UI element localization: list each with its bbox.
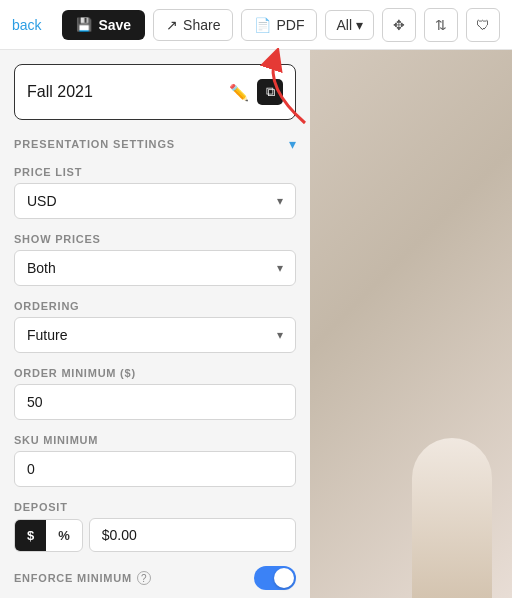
collection-name-icons: ✏️ ⧉ bbox=[229, 79, 283, 105]
deposit-field: DEPOSIT $ % bbox=[14, 501, 296, 552]
enforce-minimum-toggle[interactable] bbox=[254, 566, 296, 590]
sku-minimum-field: SKU MINIMUM bbox=[14, 434, 296, 487]
show-prices-chevron-icon: ▾ bbox=[277, 261, 283, 275]
enforce-minimum-knob bbox=[274, 568, 294, 588]
pdf-icon: 📄 bbox=[254, 17, 271, 33]
price-list-field: PRICE LIST USD ▾ bbox=[14, 166, 296, 219]
price-list-label: PRICE LIST bbox=[14, 166, 296, 178]
show-prices-field: SHOW PRICES Both ▾ bbox=[14, 233, 296, 286]
top-bar: back 💾 Save ↗ Share 📄 PDF All ▾ ✥ ⇅ 🛡 bbox=[0, 0, 512, 50]
sort-icon-button[interactable]: ⇅ bbox=[424, 8, 458, 42]
section-title: PRESENTATION SETTINGS bbox=[14, 138, 175, 150]
copy-icon: ⧉ bbox=[266, 84, 275, 100]
copy-icon-button[interactable]: ⧉ bbox=[257, 79, 283, 105]
section-header: PRESENTATION SETTINGS ▾ bbox=[14, 136, 296, 152]
collection-name-box: Fall 2021 ✏️ ⧉ bbox=[14, 64, 296, 120]
deposit-percent-button[interactable]: % bbox=[46, 520, 82, 551]
show-prices-value: Both bbox=[27, 260, 56, 276]
deposit-toggle-buttons: $ % bbox=[14, 519, 83, 552]
right-panel bbox=[310, 50, 512, 598]
share-icon: ↗ bbox=[166, 17, 178, 33]
save-icon: 💾 bbox=[76, 17, 92, 32]
deposit-label: DEPOSIT bbox=[14, 501, 296, 513]
figure-silhouette bbox=[412, 438, 492, 598]
sku-minimum-label: SKU MINIMUM bbox=[14, 434, 296, 446]
save-button[interactable]: 💾 Save bbox=[62, 10, 145, 40]
order-minimum-input[interactable] bbox=[14, 384, 296, 420]
deposit-row: $ % bbox=[14, 518, 296, 552]
enforce-minimum-label-group: ENFORCE MINIMUM ? bbox=[14, 571, 151, 585]
ordering-select[interactable]: Future ▾ bbox=[14, 317, 296, 353]
main-content: Fall 2021 ✏️ ⧉ PRESENTATION SETTINGS ▾ bbox=[0, 50, 512, 598]
edit-icon[interactable]: ✏️ bbox=[229, 83, 249, 102]
chevron-down-icon: ▾ bbox=[356, 17, 363, 33]
move-icon-button[interactable]: ✥ bbox=[382, 8, 416, 42]
enforce-minimum-info-icon[interactable]: ? bbox=[137, 571, 151, 585]
deposit-dollar-button[interactable]: $ bbox=[15, 520, 46, 551]
section-chevron-icon[interactable]: ▾ bbox=[289, 136, 296, 152]
sku-minimum-input[interactable] bbox=[14, 451, 296, 487]
pdf-button[interactable]: 📄 PDF bbox=[241, 9, 317, 41]
order-minimum-field: ORDER MINIMUM ($) bbox=[14, 367, 296, 420]
ordering-value: Future bbox=[27, 327, 67, 343]
enforce-minimum-label: ENFORCE MINIMUM bbox=[14, 572, 132, 584]
top-bar-right: 💾 Save ↗ Share 📄 PDF All ▾ ✥ ⇅ 🛡 bbox=[62, 8, 500, 42]
left-panel: Fall 2021 ✏️ ⧉ PRESENTATION SETTINGS ▾ bbox=[0, 50, 310, 598]
right-panel-image bbox=[310, 50, 512, 598]
show-prices-select[interactable]: Both ▾ bbox=[14, 250, 296, 286]
shield-icon-button[interactable]: 🛡 bbox=[466, 8, 500, 42]
price-list-value: USD bbox=[27, 193, 57, 209]
show-prices-label: SHOW PRICES bbox=[14, 233, 296, 245]
collection-name-text: Fall 2021 bbox=[27, 83, 93, 101]
back-link[interactable]: back bbox=[12, 17, 42, 33]
ordering-chevron-icon: ▾ bbox=[277, 328, 283, 342]
price-list-select[interactable]: USD ▾ bbox=[14, 183, 296, 219]
ordering-label: ORDERING bbox=[14, 300, 296, 312]
enforce-minimum-row: ENFORCE MINIMUM ? bbox=[14, 566, 296, 590]
order-minimum-label: ORDER MINIMUM ($) bbox=[14, 367, 296, 379]
price-list-chevron-icon: ▾ bbox=[277, 194, 283, 208]
deposit-input[interactable] bbox=[89, 518, 296, 552]
all-dropdown[interactable]: All ▾ bbox=[325, 10, 374, 40]
share-button[interactable]: ↗ Share bbox=[153, 9, 233, 41]
ordering-field: ORDERING Future ▾ bbox=[14, 300, 296, 353]
